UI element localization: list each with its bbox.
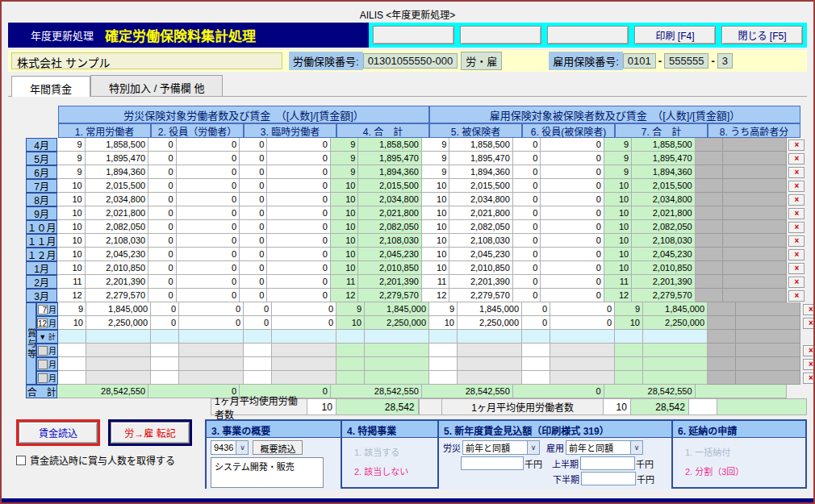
business-description-input[interactable]: システム開発・販売 — [211, 457, 324, 488]
bonus-month-input[interactable] — [38, 346, 48, 356]
count-cell-col3[interactable]: 0 — [240, 275, 267, 289]
amount-cell-col1[interactable]: 2,082,050 — [86, 220, 149, 234]
fn-button-1[interactable] — [373, 26, 454, 44]
count-cell-col3[interactable]: 0 — [244, 316, 272, 330]
count-cell-col2[interactable]: 0 — [151, 302, 179, 316]
count-cell-col2[interactable]: 0 — [148, 220, 176, 234]
count-cell-col3[interactable]: 0 — [240, 206, 267, 220]
amount-cell-col1[interactable]: 2,279,570 — [86, 289, 149, 302]
amount-cell-col3[interactable]: 0 — [267, 289, 331, 302]
count-cell-col3[interactable] — [244, 371, 272, 385]
amount-cell-col5[interactable]: 1,845,000 — [458, 302, 522, 316]
count-cell-col6[interactable]: 0 — [513, 138, 541, 152]
count-cell-col6[interactable]: 0 — [513, 206, 541, 220]
count-cell-col6[interactable]: 0 — [513, 234, 541, 248]
delete-row-button[interactable]: × — [788, 277, 805, 288]
count-cell-col1[interactable]: 10 — [57, 193, 85, 206]
amount-cell-col3[interactable]: 0 — [267, 275, 331, 289]
count-cell-col6[interactable]: 0 — [513, 193, 541, 206]
count-cell-col3[interactable]: 0 — [240, 165, 267, 179]
amount-cell-col2[interactable]: 0 — [179, 316, 244, 330]
count-cell-col1[interactable]: 12 — [57, 289, 85, 302]
print-button[interactable]: 印刷 [F4] — [634, 26, 716, 44]
count-cell-col3[interactable]: 0 — [244, 302, 272, 316]
second-half-amount-input[interactable] — [581, 472, 636, 485]
bonus-month-input[interactable]: 7 — [38, 305, 48, 314]
delete-row-button[interactable]: × — [788, 263, 805, 274]
amount-cell-col6[interactable]: 0 — [541, 152, 604, 165]
count-cell-col5[interactable] — [429, 357, 458, 371]
count-cell-col6[interactable]: 0 — [513, 165, 541, 179]
delete-row-button[interactable]: × — [788, 153, 805, 165]
count-cell-col2[interactable]: 0 — [148, 179, 176, 193]
count-cell-col6[interactable]: 0 — [513, 220, 541, 234]
amount-cell-col6[interactable]: 0 — [541, 289, 604, 302]
wage-load-button[interactable]: 賃金読込 — [16, 419, 100, 446]
count-cell-col2[interactable]: 0 — [148, 275, 176, 289]
rousai-amount-input[interactable] — [461, 456, 524, 470]
amount-cell-col5[interactable]: 2,021,800 — [449, 206, 513, 220]
bonus-month-input[interactable] — [38, 373, 48, 383]
fn-button-2[interactable] — [460, 26, 541, 44]
amount-cell-col2[interactable]: 0 — [177, 152, 240, 165]
count-cell-col6[interactable] — [522, 357, 550, 371]
close-button[interactable]: 閉じる [F5] — [721, 26, 803, 44]
amount-cell-col1[interactable]: 1,845,000 — [86, 302, 151, 316]
count-cell-col1[interactable] — [58, 357, 86, 371]
amount-cell-col3[interactable]: 0 — [267, 220, 331, 234]
delete-row-button[interactable]: × — [803, 359, 815, 370]
amount-cell-col3[interactable]: 0 — [267, 179, 331, 193]
amount-cell-col2[interactable]: 0 — [177, 275, 240, 289]
amount-cell-col6[interactable]: 0 — [541, 220, 604, 234]
count-cell-col1[interactable] — [58, 371, 86, 385]
count-cell-col1[interactable]: 11 — [57, 275, 85, 289]
delete-row-button[interactable]: × — [788, 235, 805, 247]
delete-row-button[interactable]: × — [788, 167, 805, 178]
count-cell-col3[interactable]: 0 — [240, 261, 267, 275]
avg-workers-count-right[interactable]: 10 — [603, 398, 631, 415]
count-cell-col5[interactable]: 9 — [422, 165, 449, 179]
amount-cell-col5[interactable]: 1,894,360 — [449, 165, 513, 179]
count-cell-col1[interactable]: 9 — [57, 165, 85, 179]
count-cell-col6[interactable]: 0 — [513, 275, 541, 289]
amount-cell-col5[interactable]: 2,108,030 — [449, 234, 513, 248]
amount-cell-col6[interactable]: 0 — [541, 179, 604, 193]
count-cell-col5[interactable] — [429, 344, 458, 357]
delete-row-button[interactable]: × — [788, 208, 805, 219]
count-cell-col2[interactable]: 0 — [148, 206, 176, 220]
count-cell-col2[interactable]: 0 — [148, 248, 176, 261]
count-cell-col5[interactable]: 10 — [422, 193, 449, 206]
amount-cell-col5[interactable]: 1,895,470 — [449, 152, 513, 165]
fn-button-3[interactable] — [547, 26, 629, 44]
count-cell-col1[interactable]: 9 — [58, 302, 86, 316]
count-cell-col5[interactable] — [429, 371, 458, 385]
count-cell-col2[interactable]: 0 — [148, 193, 176, 206]
amount-cell-col3[interactable]: 0 — [272, 302, 336, 316]
count-cell-col6[interactable] — [522, 344, 550, 357]
amount-cell-col1[interactable]: 2,045,230 — [86, 248, 149, 261]
koyou-estimate-select[interactable]: 前年と同額 ∨ — [566, 440, 643, 455]
avg-extra-white-cell[interactable] — [688, 398, 717, 415]
count-cell-col3[interactable]: 0 — [240, 138, 267, 152]
count-cell-col5[interactable]: 10 — [422, 220, 449, 234]
count-cell-col1[interactable]: 9 — [57, 152, 85, 165]
amount-cell-col6[interactable]: 0 — [541, 261, 604, 275]
count-cell-col2[interactable]: 0 — [148, 261, 176, 275]
count-cell-col5[interactable]: 10 — [429, 316, 458, 330]
amount-cell-col5[interactable]: 2,279,570 — [449, 289, 513, 302]
count-cell-col1[interactable]: 10 — [57, 261, 85, 275]
amount-cell-col3[interactable]: 0 — [267, 234, 331, 248]
count-cell-col2[interactable]: 0 — [148, 289, 176, 302]
amount-cell-col1[interactable]: 2,034,800 — [86, 193, 149, 206]
count-cell-col2[interactable] — [151, 357, 179, 371]
amount-cell-col2[interactable]: 0 — [177, 179, 240, 193]
amount-cell-col6[interactable]: 0 — [541, 165, 604, 179]
amount-cell-col1[interactable]: 2,201,390 — [86, 275, 149, 289]
tab-special-entry[interactable]: 特別加入 / 予備欄 他 — [90, 75, 223, 96]
amount-cell-col3[interactable]: 0 — [267, 165, 331, 179]
delete-row-button[interactable]: × — [803, 318, 815, 329]
count-cell-col5[interactable]: 10 — [422, 261, 449, 275]
count-cell-col3[interactable] — [244, 357, 272, 371]
amount-cell-col3[interactable]: 0 — [267, 261, 331, 275]
amount-cell-col5[interactable]: 2,201,390 — [449, 275, 513, 289]
